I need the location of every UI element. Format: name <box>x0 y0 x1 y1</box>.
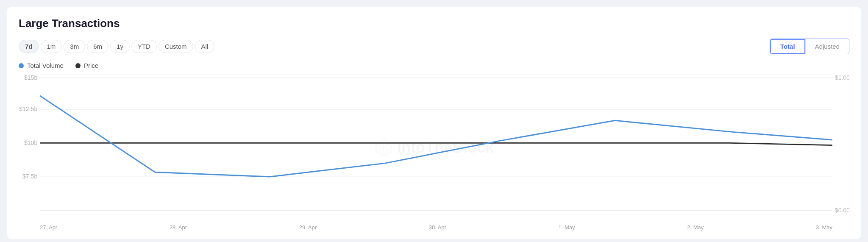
svg-text:$7.5b: $7.5b <box>22 173 37 180</box>
x-axis-label: 1. May <box>559 224 575 231</box>
page-title: Large Transactions <box>19 17 849 30</box>
legend: Total VolumePrice <box>19 62 849 69</box>
x-axis-labels: 27. Apr28. Apr29. Apr30. Apr1. May2. May… <box>19 224 849 231</box>
time-filter-btn[interactable]: Custom <box>159 40 193 53</box>
svg-text:$15b: $15b <box>24 74 37 81</box>
time-filter-btn[interactable]: 6m <box>87 40 108 53</box>
chart-area: $15b $12.5b $10b $7.5b $1.00 $0.00 IntoT… <box>19 73 849 222</box>
time-filter-btn[interactable]: 3m <box>64 40 85 53</box>
time-filter-btn[interactable]: 1m <box>41 40 62 53</box>
svg-text:$10b: $10b <box>24 139 37 146</box>
time-filter-btn[interactable]: 7d <box>19 40 39 53</box>
x-axis-label: 28. Apr <box>170 224 187 231</box>
svg-text:$12.5b: $12.5b <box>19 106 37 112</box>
toggle-btn-adjusted[interactable]: Adjusted <box>805 39 849 54</box>
time-filter-btn[interactable]: All <box>195 40 215 53</box>
toggle-group: TotalAdjusted <box>770 39 849 54</box>
time-filter-btn[interactable]: YTD <box>131 40 157 53</box>
time-filter-btn[interactable]: 1y <box>110 40 130 53</box>
x-axis-label: 29. Apr <box>299 224 317 231</box>
x-axis-label: 30. Apr <box>429 224 446 231</box>
svg-text:$0.00: $0.00 <box>835 206 849 213</box>
x-axis-label: 3. May <box>816 224 832 231</box>
time-filters: 7d1m3m6m1yYTDCustomAll <box>19 40 214 53</box>
toggle-btn-total[interactable]: Total <box>770 39 805 54</box>
volume-line <box>40 96 832 177</box>
x-axis-label: 2. May <box>687 224 704 231</box>
x-axis-label: 27. Apr <box>40 224 57 231</box>
svg-text:$1.00: $1.00 <box>835 74 849 81</box>
price-line <box>40 143 832 145</box>
chart-svg: $15b $12.5b $10b $7.5b $1.00 $0.00 <box>19 73 849 222</box>
legend-label: Price <box>84 62 98 69</box>
controls-row: 7d1m3m6m1yYTDCustomAll TotalAdjusted <box>19 39 849 54</box>
legend-dot <box>19 63 24 68</box>
legend-dot <box>75 63 81 68</box>
legend-label: Total Volume <box>27 62 64 69</box>
chart-container: Large Transactions 7d1m3m6m1yYTDCustomAl… <box>7 7 861 239</box>
legend-item: Total Volume <box>19 62 64 69</box>
legend-item: Price <box>75 62 98 69</box>
